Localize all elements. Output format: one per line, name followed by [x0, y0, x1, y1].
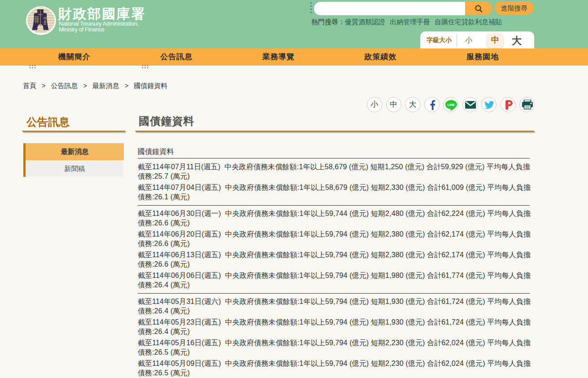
- svg-text:LINE: LINE: [447, 103, 455, 107]
